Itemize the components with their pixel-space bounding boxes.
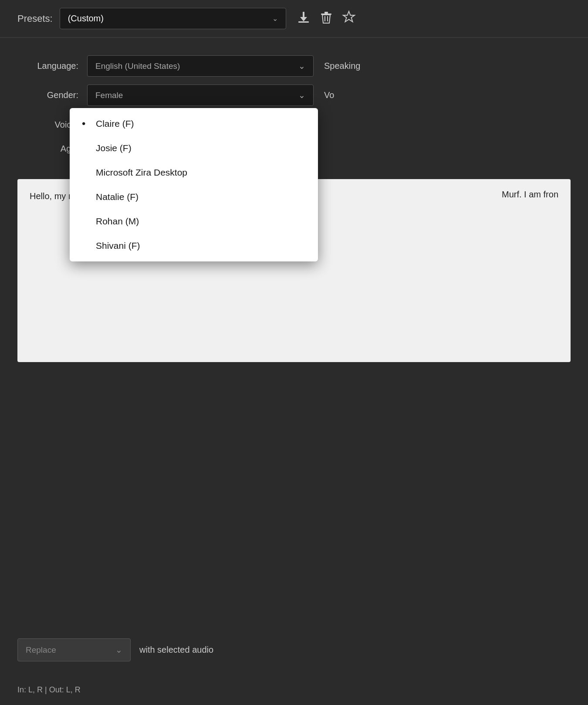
gender-label: Gender:: [17, 90, 78, 100]
dropdown-item-zira[interactable]: Microsoft Zira Desktop: [70, 160, 318, 185]
speaking-label: Speaking: [324, 61, 360, 71]
svg-marker-7: [343, 11, 355, 22]
presets-bar: Presets: (Custom) ⌄: [0, 0, 588, 37]
language-row: Language: English (United States) ⌄ Spea…: [17, 55, 571, 77]
svg-marker-2: [300, 17, 307, 21]
replace-label: Replace: [26, 645, 56, 655]
dropdown-item-claire[interactable]: Claire (F): [70, 112, 318, 136]
language-label: Language:: [17, 61, 78, 71]
language-chevron-icon: ⌄: [298, 61, 305, 71]
footer-text: In: L, R | Out: L, R: [17, 685, 81, 694]
svg-rect-4: [324, 12, 328, 14]
replace-select[interactable]: Replace ⌄: [17, 638, 131, 661]
gender-row: Gender: Female ⌄ Vo: [17, 85, 571, 106]
gender-chevron-icon: ⌄: [298, 90, 305, 100]
gender-select[interactable]: Female ⌄: [87, 85, 314, 106]
separator-top: [0, 37, 588, 38]
language-select[interactable]: English (United States) ⌄: [87, 55, 314, 77]
footer: In: L, R | Out: L, R: [17, 685, 81, 695]
presets-chevron-icon: ⌄: [272, 14, 278, 23]
presets-label: Presets:: [17, 13, 53, 24]
text-content-left: Hello, my n: [30, 191, 73, 201]
age-label: Age:: [17, 144, 78, 154]
main-container: Presets: (Custom) ⌄: [0, 0, 588, 705]
with-selected-audio-label: with selected audio: [139, 645, 213, 655]
dropdown-item-josie[interactable]: Josie (F): [70, 136, 318, 160]
toolbar-icons: [297, 10, 356, 27]
svg-rect-0: [298, 21, 309, 23]
replace-bar: Replace ⌄ with selected audio: [17, 638, 571, 661]
language-value: English (United States): [95, 61, 180, 71]
dropdown-item-natalie[interactable]: Natalie (F): [70, 185, 318, 209]
replace-chevron-icon: ⌄: [115, 645, 122, 655]
voice-side-label: Vo: [324, 90, 334, 100]
dropdown-item-rohan[interactable]: Rohan (M): [70, 209, 318, 234]
dropdown-item-shivani[interactable]: Shivani (F): [70, 234, 318, 258]
presets-select[interactable]: (Custom) ⌄: [60, 8, 286, 29]
voice-label: Voice:: [17, 120, 78, 130]
gender-value: Female: [95, 91, 123, 100]
download-icon[interactable]: [297, 10, 311, 27]
text-content-right: Murf. I am fron: [502, 190, 558, 200]
svg-rect-1: [303, 12, 304, 18]
bottom-section: Replace ⌄ with selected audio: [0, 638, 588, 661]
voice-dropdown: Claire (F) Josie (F) Microsoft Zira Desk…: [70, 108, 318, 261]
favorite-icon[interactable]: [342, 10, 356, 27]
delete-icon[interactable]: [319, 10, 333, 27]
presets-value: (Custom): [68, 14, 104, 24]
